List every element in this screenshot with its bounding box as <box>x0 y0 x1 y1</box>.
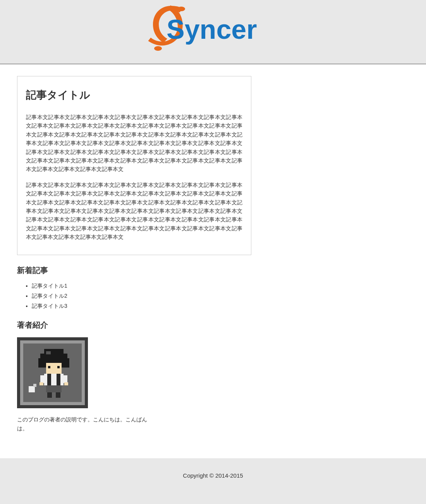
article-paragraph: 記事本文記事本文記事本文記事本文記事本文記事本文記事本文記事本文記事本文記事本文… <box>26 181 242 242</box>
svg-rect-23 <box>47 392 52 398</box>
svg-rect-14 <box>57 366 60 368</box>
svg-rect-17 <box>63 375 67 383</box>
svg-point-1 <box>154 46 162 51</box>
list-item[interactable]: 記事タイトル3 <box>32 303 149 310</box>
recent-section: 新着記事 記事タイトル1 記事タイトル2 記事タイトル3 <box>17 265 149 310</box>
site-footer: Copyright © 2014-2015 <box>0 458 426 504</box>
author-heading: 著者紹介 <box>17 320 149 330</box>
svg-rect-11 <box>46 351 51 354</box>
svg-rect-21 <box>64 382 68 385</box>
svg-rect-19 <box>57 374 60 385</box>
svg-rect-25 <box>29 386 35 392</box>
list-item-label: 記事タイトル3 <box>32 303 67 309</box>
svg-text:Syncer: Syncer <box>167 14 257 45</box>
list-item-label: 記事タイトル2 <box>32 293 67 299</box>
svg-rect-18 <box>47 374 51 385</box>
list-item[interactable]: 記事タイトル2 <box>32 293 149 300</box>
author-section: 著者紹介 <box>17 320 149 433</box>
article-paragraph: 記事本文記事本文記事本文記事本文記事本文記事本文記事本文記事本文記事本文記事本文… <box>26 113 242 174</box>
article-card: 記事タイトル 記事本文記事本文記事本文記事本文記事本文記事本文記事本文記事本文記… <box>17 76 251 255</box>
article-title: 記事タイトル <box>26 88 242 102</box>
svg-rect-24 <box>56 392 60 398</box>
svg-rect-8 <box>38 358 69 363</box>
svg-rect-22 <box>46 385 62 392</box>
list-item-label: 記事タイトル1 <box>32 283 67 289</box>
svg-rect-20 <box>40 382 43 385</box>
svg-rect-15 <box>44 374 64 385</box>
svg-rect-9 <box>38 363 46 368</box>
svg-rect-13 <box>48 366 50 368</box>
recent-list: 記事タイトル1 記事タイトル2 記事タイトル3 <box>17 283 149 310</box>
svg-rect-7 <box>40 354 67 358</box>
svg-point-0 <box>177 7 185 11</box>
site-header: Syncer <box>0 0 426 64</box>
svg-rect-10 <box>62 363 69 368</box>
svg-rect-16 <box>40 375 45 383</box>
recent-heading: 新着記事 <box>17 265 149 276</box>
site-logo[interactable]: Syncer <box>143 2 283 58</box>
list-item[interactable]: 記事タイトル1 <box>32 283 149 290</box>
author-avatar <box>17 337 88 408</box>
author-description: このブログの著者の説明です。こんにちは。こんばんは。 <box>17 415 149 433</box>
copyright-text: Copyright © 2014-2015 <box>183 472 243 479</box>
svg-rect-26 <box>33 384 36 387</box>
main-content: 記事タイトル 記事本文記事本文記事本文記事本文記事本文記事本文記事本文記事本文記… <box>0 64 426 458</box>
